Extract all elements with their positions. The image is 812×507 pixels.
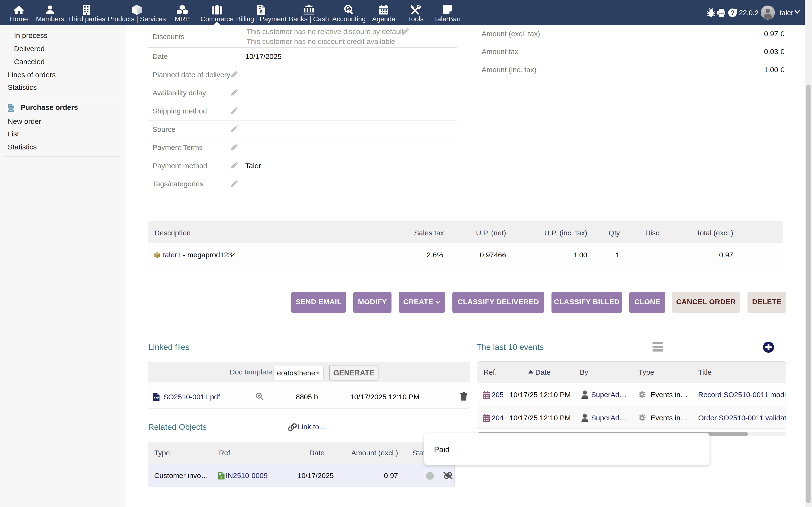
svg-text:$: $ xyxy=(347,6,349,12)
svg-text:$: $ xyxy=(220,475,222,479)
svg-text:PDF: PDF xyxy=(154,397,159,399)
svg-text:?: ? xyxy=(730,9,735,16)
svg-text:$: $ xyxy=(260,9,262,14)
